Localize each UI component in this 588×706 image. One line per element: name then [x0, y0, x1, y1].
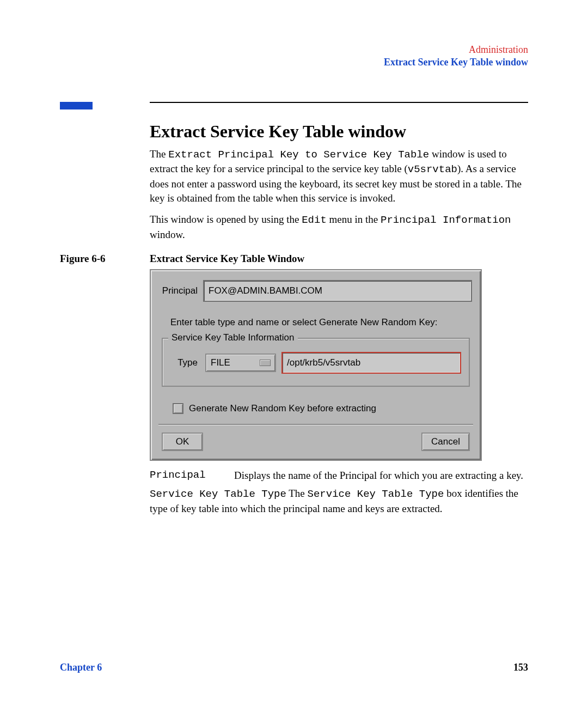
def-skt-type: Service Key Table Type The Service Key T… [150, 486, 528, 515]
def-term-principal: Principal [150, 468, 234, 483]
figure-title: Extract Service Key Table Window [150, 253, 304, 265]
dialog-instruction: Enter table type and name or select Gene… [170, 317, 472, 328]
dropdown-handle-icon [260, 360, 271, 366]
principal-input[interactable]: FOX@ADMIN.BAMBI.COM [203, 280, 472, 302]
intro-paragraph-2: This window is opened by using the Edit … [150, 212, 528, 241]
cancel-button[interactable]: Cancel [421, 433, 470, 451]
footer-page-number: 153 [513, 662, 528, 673]
group-title: Service Key Table Information [168, 332, 298, 343]
dialog-separator [158, 424, 473, 425]
type-dropdown[interactable]: FILE [205, 354, 276, 372]
section-title: Extract Service Key Table window [150, 121, 528, 142]
figure-caption: Figure 6-6 Extract Service Key Table Win… [60, 253, 528, 265]
extract-service-key-dialog: Principal FOX@ADMIN.BAMBI.COM Enter tabl… [150, 269, 482, 461]
page-header: Administration Extract Service Key Table… [60, 44, 528, 69]
figure-number: Figure 6-6 [60, 253, 150, 265]
field-descriptions: Principal Displays the name of the Princ… [150, 468, 528, 516]
service-key-table-group: Service Key Table Information Type FILE … [162, 338, 470, 387]
footer-chapter: Chapter 6 [60, 662, 102, 673]
type-label: Type [170, 357, 205, 368]
def-body-principal: Displays the name of the Principal for w… [234, 468, 528, 483]
ok-button[interactable]: OK [162, 433, 203, 451]
header-rule [60, 102, 528, 109]
principal-label: Principal [160, 285, 203, 296]
header-section: Administration [60, 44, 528, 56]
type-value: FILE [211, 357, 230, 368]
header-topic: Extract Service Key Table window [60, 56, 528, 69]
intro-paragraph-1: The Extract Principal Key to Service Key… [150, 147, 528, 205]
page-footer: Chapter 6 153 [60, 662, 528, 673]
path-input[interactable]: /opt/krb5/v5srvtab [281, 352, 461, 374]
generate-new-key-checkbox[interactable] [173, 403, 183, 414]
generate-new-key-label: Generate New Random Key before extractin… [189, 403, 376, 414]
